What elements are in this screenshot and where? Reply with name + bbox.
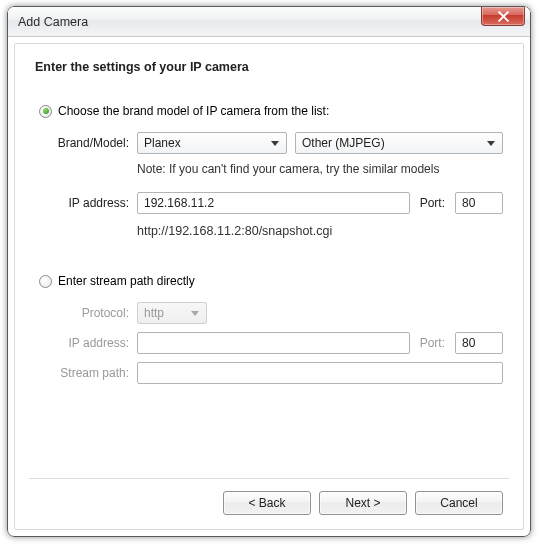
window-title: Add Camera <box>18 15 88 29</box>
port-input-b[interactable] <box>455 332 503 354</box>
port-input-a[interactable] <box>455 192 503 214</box>
close-button[interactable] <box>481 7 525 26</box>
note-text: Note: If you can't find your camera, try… <box>137 162 503 176</box>
option-a-fields: Brand/Model: Planex Other (MJPEG) <box>45 132 503 238</box>
stream-path-input[interactable] <box>137 362 503 384</box>
add-camera-window: Add Camera Enter the settings of your IP… <box>7 6 531 537</box>
close-icon <box>498 11 509 22</box>
model-value: Other (MJPEG) <box>302 136 385 150</box>
radio-choose-from-list[interactable]: Choose the brand model of IP camera from… <box>39 104 503 118</box>
ip-input-a[interactable] <box>137 192 410 214</box>
model-select[interactable]: Other (MJPEG) <box>295 132 503 154</box>
cancel-button[interactable]: Cancel <box>415 491 503 515</box>
titlebar: Add Camera <box>8 7 530 37</box>
chevron-down-icon <box>267 141 282 146</box>
ip-label-a: IP address: <box>45 196 137 210</box>
chevron-down-icon <box>187 311 202 316</box>
ip-input-b[interactable] <box>137 332 410 354</box>
option-b-fields: Protocol: http IP address: Port: <box>45 302 503 384</box>
divider <box>29 478 509 479</box>
protocol-select[interactable]: http <box>137 302 207 324</box>
radio-icon <box>39 275 52 288</box>
radio-label: Choose the brand model of IP camera from… <box>58 104 329 118</box>
chevron-down-icon <box>483 141 498 146</box>
brand-model-label: Brand/Model: <box>45 136 137 150</box>
ip-label-b: IP address: <box>45 336 137 350</box>
radio-label: Enter stream path directly <box>58 274 195 288</box>
next-button[interactable]: Next > <box>319 491 407 515</box>
wizard-buttons: < Back Next > Cancel <box>35 491 503 515</box>
page-heading: Enter the settings of your IP camera <box>35 60 503 74</box>
protocol-label: Protocol: <box>45 306 137 320</box>
port-label-a: Port: <box>420 196 445 210</box>
protocol-value: http <box>144 306 164 320</box>
stream-path-label: Stream path: <box>45 366 137 380</box>
radio-icon <box>39 105 52 118</box>
port-label-b: Port: <box>420 336 445 350</box>
radio-enter-stream-path[interactable]: Enter stream path directly <box>39 274 503 288</box>
brand-value: Planex <box>144 136 181 150</box>
brand-select[interactable]: Planex <box>137 132 287 154</box>
generated-url: http://192.168.11.2:80/snapshot.cgi <box>137 224 503 238</box>
back-button[interactable]: < Back <box>223 491 311 515</box>
